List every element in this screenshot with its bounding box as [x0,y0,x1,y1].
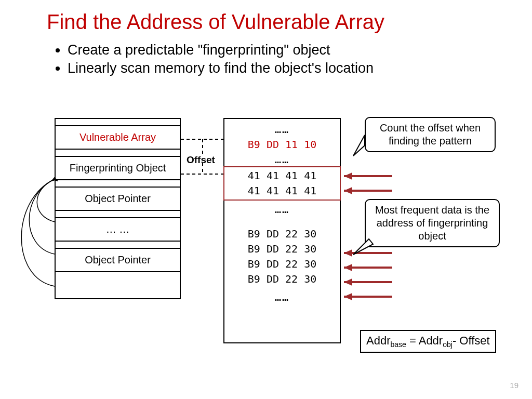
diagram-area: Vulnerable Array Fingerprinting Object O… [0,112,532,377]
memory-dump: …… B9 DD 11 10 …… 41 41 41 41 41 41 41 4… [223,118,341,343]
fingerprinting-row: Fingerprinting Object [56,157,180,180]
slide-number: 19 [510,381,518,390]
stack-spacer [56,242,180,249]
object-pointer-row: Object Pointer [56,249,180,272]
dots: …… [224,122,340,137]
pattern-bytes: 41 41 41 41 [224,183,340,198]
callout-offset: Count the offset when finding the patter… [365,117,496,152]
dots: …… [224,290,340,305]
svg-marker-16 [344,278,352,286]
object-pointer-row: Object Pointer [56,188,180,211]
pointer-bytes: B9 DD 22 30 [224,242,340,257]
svg-marker-10 [344,187,352,194]
formula-text: Addr [366,334,390,347]
svg-marker-18 [344,293,352,300]
dots: …… [224,202,340,217]
stack-spacer [56,211,180,218]
formula-sub: base [390,340,406,349]
formula-sub: obj [443,340,453,349]
bullet-item: Linearly scan memory to find the object'… [68,60,532,76]
pointer-bytes: B9 DD 22 30 [224,272,340,287]
dots: …… [224,152,340,167]
vulnerable-array-row: Vulnerable Array [56,126,180,150]
stack-spacer [56,180,180,188]
svg-marker-14 [344,264,352,271]
pattern-box: 41 41 41 41 41 41 41 41 [223,166,341,201]
svg-marker-12 [344,249,352,257]
memory-stack: Vulnerable Array Fingerprinting Object O… [55,118,181,299]
formula-text: = Addr [406,334,443,347]
slide-title: Find the Address of Vulnerable Array [0,0,532,38]
pattern-bytes: 41 41 41 41 [224,168,340,183]
ellipsis-row: … … [56,218,180,242]
stack-spacer [56,272,180,298]
bullet-list: Create a predictable "fingerprinting" ob… [0,38,532,76]
pointer-bytes: B9 DD 22 30 [224,257,340,272]
offset-label: Offset [187,154,215,166]
svg-marker-19 [353,135,365,156]
callout-frequent: Most frequent data is the address of fin… [365,199,500,247]
stack-spacer [56,150,180,157]
formula-box: Addrbase = Addrobj- Offset [360,330,496,353]
bullet-item: Create a predictable "fingerprinting" ob… [68,42,532,58]
pointer-bytes: B9 DD 22 30 [224,227,340,242]
stack-spacer [56,119,180,126]
formula-text: - Offset [453,334,490,347]
svg-marker-8 [344,172,352,180]
vuln-bytes: B9 DD 11 10 [224,137,340,152]
